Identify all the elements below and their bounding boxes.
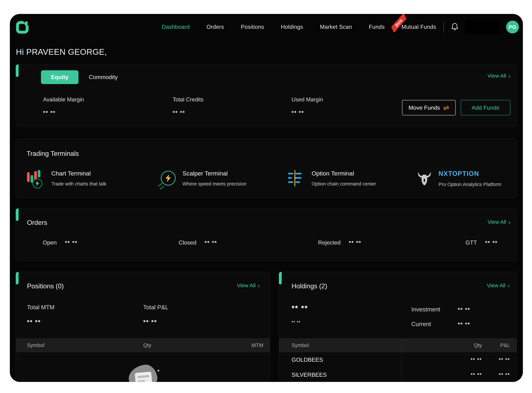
nav-item-dashboard[interactable]: Dashboard xyxy=(162,24,190,30)
stat-masked-value: ** ** xyxy=(65,240,77,246)
page-greeting: Hi PRAVEEN GEORGE, xyxy=(16,47,107,57)
card-accent-bar xyxy=(16,64,19,77)
redacted-account-box xyxy=(466,20,499,34)
chevron-right-icon: › xyxy=(508,73,510,79)
clipboard-icon xyxy=(135,372,154,382)
add-funds-button[interactable]: Add Funds xyxy=(461,100,510,115)
orders-stat-closed: Closed ** ** xyxy=(179,239,217,246)
nav-item-holdings[interactable]: Holdings xyxy=(281,24,303,30)
col-header-qty[interactable]: Qty xyxy=(130,342,164,348)
move-funds-button[interactable]: Move Funds ⇌ xyxy=(402,100,456,115)
chevron-right-icon: › xyxy=(508,219,510,225)
option-chain-icon xyxy=(288,169,305,190)
row-qty-masked: ** ** xyxy=(389,357,482,363)
stat-masked-value: ** ** xyxy=(349,240,361,246)
positions-table-header: Symbol Qty MTM xyxy=(16,338,270,352)
nav-right-cluster: PG xyxy=(444,14,519,40)
move-funds-label: Move Funds xyxy=(408,104,440,111)
metric-label: Available Margin xyxy=(43,96,84,103)
orders-stat-open: Open ** ** xyxy=(43,239,77,246)
stat-label: GTT xyxy=(465,239,477,246)
col-header-symbol[interactable]: Symbol xyxy=(16,342,130,348)
orders-card: Orders View All › Open ** ** Closed ** *… xyxy=(16,208,517,261)
add-funds-label: Add Funds xyxy=(472,104,499,111)
metric-masked-value: ** ** xyxy=(173,110,203,116)
table-row[interactable]: GOLDBEES ** ** ** ** xyxy=(279,357,517,363)
segment-tabs: Equity Commodity xyxy=(41,70,118,84)
nav-item-positions[interactable]: Positions xyxy=(241,24,264,30)
candlestick-chart-icon xyxy=(27,169,45,190)
stat-masked-value: ** ** xyxy=(205,240,217,246)
nav-item-market-scan[interactable]: Market Scan xyxy=(320,24,352,30)
empty-state-illustration xyxy=(125,365,171,382)
positions-total-pl: Total P&L ** ** xyxy=(143,304,168,326)
nav-item-orders[interactable]: Orders xyxy=(207,24,224,30)
funds-view-all-link[interactable]: View All › xyxy=(488,73,510,79)
holdings-total-masked-value: ** ** xyxy=(292,304,308,313)
terminal-subtitle: Option chain command center xyxy=(312,181,376,187)
metric-masked-value: ** ** xyxy=(458,321,470,327)
trading-terminals-card: Trading Terminals Chart Terminal Trade w… xyxy=(16,139,517,198)
notifications-bell-icon[interactable] xyxy=(451,23,459,31)
orders-view-all-link[interactable]: View All › xyxy=(488,219,510,225)
positions-view-all-link[interactable]: View All › xyxy=(237,282,260,289)
holdings-view-all-link[interactable]: View All › xyxy=(487,282,510,289)
swap-arrows-icon: ⇌ xyxy=(443,103,449,112)
tab-commodity[interactable]: Commodity xyxy=(89,74,118,80)
avatar[interactable]: PG xyxy=(506,20,519,34)
metric-label: Current xyxy=(411,321,445,328)
stat-masked-value: ** ** xyxy=(485,240,498,246)
holdings-investment: Investment ** ** xyxy=(411,306,470,313)
terminal-nxtoption[interactable]: NXTOPTION Pro Option Analytics Platform xyxy=(417,169,501,189)
col-header-qty[interactable]: Qty xyxy=(389,342,482,348)
lightning-bolt-icon xyxy=(158,169,176,190)
row-symbol: SILVERBEES xyxy=(279,372,389,378)
nav-item-funds[interactable]: Funds xyxy=(369,24,385,30)
orders-title: Orders xyxy=(27,219,47,226)
stat-label: Closed xyxy=(179,239,196,246)
terminal-subtitle: Pro Option Analytics Platform xyxy=(439,182,501,187)
summary-masked-value: ** ** xyxy=(143,319,168,326)
col-header-symbol[interactable]: Symbol xyxy=(279,342,389,348)
positions-card: Positions (0) View All › Total MTM ** **… xyxy=(16,272,270,382)
card-accent-bar xyxy=(16,272,19,285)
nav-items: Dashboard Orders Positions Holdings Mark… xyxy=(162,14,436,40)
view-all-label: View All xyxy=(237,282,256,289)
terminal-subtitle: Where speed meets precision xyxy=(183,181,246,187)
terminal-title: Scalper Terminal xyxy=(183,170,246,177)
stat-label: Rejected xyxy=(318,239,341,246)
view-all-label: View All xyxy=(488,73,506,79)
col-header-mtm[interactable]: MTM xyxy=(164,342,270,348)
nav-item-mutual-funds-label: Mutual Funds xyxy=(401,24,436,30)
terminals-title: Trading Terminals xyxy=(27,150,79,157)
nav-item-mutual-funds[interactable]: Beta Mutual Funds xyxy=(401,24,436,30)
metric-total-credits: Total Credits ** ** xyxy=(173,96,203,116)
chevron-right-icon: › xyxy=(508,283,510,288)
terminal-scalper[interactable]: Scalper Terminal Where speed meets preci… xyxy=(158,169,246,190)
nav-divider xyxy=(444,21,444,33)
holdings-title: Holdings (2) xyxy=(292,282,327,290)
summary-masked-value: ** ** xyxy=(27,319,54,326)
col-header-pl[interactable]: P&L xyxy=(482,342,517,348)
terminal-title: Chart Terminal xyxy=(51,170,106,177)
terminal-title: NXTOPTION xyxy=(439,170,501,177)
metric-masked-value: ** ** xyxy=(458,307,470,313)
app-window: Dashboard Orders Positions Holdings Mark… xyxy=(10,14,523,382)
holdings-table-header: Symbol Qty P&L xyxy=(279,338,517,352)
tab-equity[interactable]: Equity xyxy=(41,70,78,84)
positions-title: Positions (0) xyxy=(27,282,64,290)
chevron-right-icon: › xyxy=(258,283,260,288)
metric-label: Total Credits xyxy=(173,96,203,103)
holdings-total-sub-masked-value: ** ** xyxy=(292,320,300,325)
lightning-circle-icon xyxy=(32,178,42,189)
terminal-chart[interactable]: Chart Terminal Trade with charts that ta… xyxy=(27,169,106,190)
metric-used-margin: Used Margin ** ** xyxy=(292,96,323,116)
row-pl-masked: ** ** xyxy=(482,372,517,378)
terminal-subtitle: Trade with charts that talk xyxy=(51,181,106,187)
page: Dashboard Orders Positions Holdings Mark… xyxy=(0,0,532,393)
table-row[interactable]: SILVERBEES ** ** ** ** xyxy=(279,372,517,378)
row-pl-masked: ** ** xyxy=(482,357,517,363)
app-logo-icon[interactable] xyxy=(16,20,29,34)
summary-label: Total MTM xyxy=(27,304,54,311)
terminal-option[interactable]: Option Terminal Option chain command cen… xyxy=(288,169,376,190)
